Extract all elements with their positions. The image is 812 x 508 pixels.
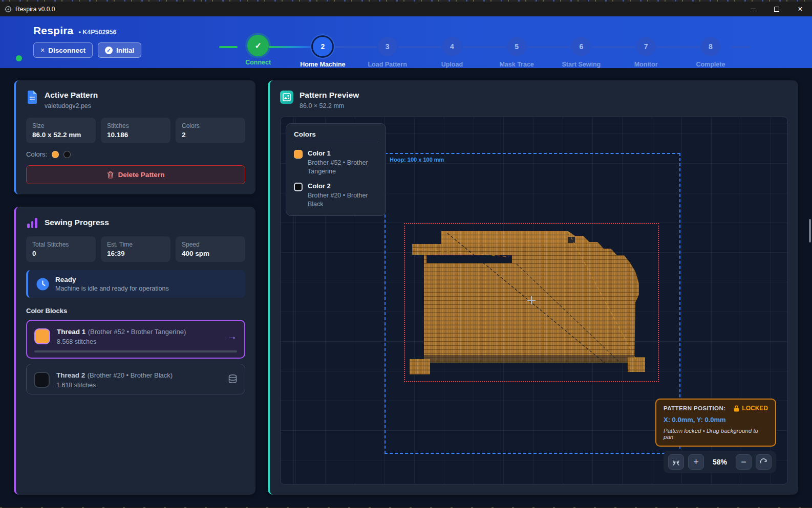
pattern-position-overlay: PATTERN POSITION: LOCKED X: 0.0mm, Y: 0.…	[655, 399, 776, 447]
connection-status-dot	[16, 55, 22, 61]
pan-hint: Pattern locked • Drag background to pan	[664, 428, 768, 440]
color-dot-black	[63, 151, 71, 158]
card-title: Sewing Progress	[45, 218, 109, 227]
minimize-button[interactable]	[741, 2, 765, 16]
step-upload[interactable]: 4 Upload	[420, 23, 484, 68]
zoom-out-button[interactable]: −	[736, 454, 752, 470]
refresh-icon	[760, 458, 767, 466]
card-title: Pattern Preview	[300, 91, 359, 100]
trash-icon	[107, 171, 114, 179]
color-dot-tangerine	[52, 151, 59, 158]
compress-icon	[672, 458, 680, 466]
bar-chart-icon	[26, 217, 38, 228]
locked-badge: LOCKED	[742, 405, 768, 412]
reset-view-button[interactable]	[756, 454, 772, 470]
stat-speed: Speed 400 spm	[176, 236, 245, 262]
window-title: Respira v0.0.0	[15, 6, 55, 13]
colors-legend: Colors Color 1 Brother #52 • Brother Tan…	[286, 123, 386, 216]
initial-label: Initial	[116, 47, 134, 54]
minimize-icon	[751, 9, 756, 10]
pattern-preview-card: Pattern Preview 86.0 × 52.2 mm Colors Co…	[268, 80, 798, 495]
legend-swatch-tangerine	[294, 150, 303, 159]
card-title: Active Pattern	[45, 91, 98, 100]
step-check-icon: ✓	[247, 35, 269, 56]
hoop-label: Hoop: 100 x 100 mm	[390, 157, 444, 163]
queue-stack-icon	[228, 374, 238, 386]
color-blocks-label: Color Blocks	[26, 307, 245, 315]
maximize-icon	[774, 7, 779, 12]
thread-1-swatch	[34, 328, 50, 344]
colors-label: Colors:	[26, 150, 47, 158]
minus-icon: −	[741, 457, 746, 468]
disconnect-label: Disconnect	[48, 47, 86, 54]
zoom-level: 58%	[708, 458, 732, 466]
thread-block-1[interactable]: Thread 1 (Brother #52 • Brother Tangerin…	[26, 320, 245, 359]
thread-block-2[interactable]: Thread 2 (Brother #20 • Brother Black) 1…	[26, 364, 245, 394]
disconnect-button[interactable]: × Disconnect	[33, 42, 93, 58]
machine-serial: • K4P502956	[78, 29, 116, 36]
image-icon	[280, 91, 293, 104]
step-connect[interactable]: ✓ Connect	[226, 23, 290, 68]
step-load-pattern[interactable]: 3 Load Pattern	[355, 23, 420, 68]
legend-swatch-black	[294, 183, 303, 191]
app-name: Respira	[33, 25, 73, 37]
status-title: Ready	[55, 276, 169, 283]
step-complete[interactable]: 8 Complete	[678, 23, 743, 68]
machine-status-banner: Ready Machine is idle and ready for oper…	[26, 270, 245, 298]
fit-to-screen-button[interactable]	[668, 454, 684, 470]
active-pattern-card: Active Pattern valetudogv2.pes Size 86.0…	[14, 80, 255, 194]
workflow-stepper: ✓ Connect 2 Home Machine 3 Load Pattern …	[226, 23, 743, 68]
titlebar: Respira v0.0.0 ×	[0, 2, 812, 16]
app-header: Respira • K4P502956 × Disconnect ✓ Initi…	[0, 16, 812, 68]
document-icon	[26, 91, 38, 104]
position-label: PATTERN POSITION:	[664, 405, 725, 411]
window-scrollbar[interactable]	[809, 219, 811, 242]
legend-entry-color-2: Color 2 Brother #20 • Brother Black	[294, 182, 378, 209]
step-start-sewing[interactable]: 6 Start Sewing	[549, 23, 613, 68]
stat-size: Size 86.0 x 52.2 mm	[26, 118, 96, 143]
initial-button[interactable]: ✓ Initial	[98, 42, 141, 58]
stat-colors: Colors 2	[176, 118, 245, 143]
status-detail: Machine is idle and ready for operations	[55, 285, 169, 292]
arrow-right-icon: →	[227, 330, 237, 342]
thread-2-swatch	[34, 372, 50, 388]
zoom-in-button[interactable]: +	[688, 454, 704, 470]
legend-entry-color-1: Color 1 Brother #52 • Brother Tangerine	[294, 149, 378, 176]
pattern-coordinates: X: 0.0mm, Y: 0.0mm	[664, 416, 768, 424]
x-icon: ×	[40, 46, 45, 54]
stat-est-time: Est. Time 16:39	[101, 236, 170, 262]
clock-icon	[36, 278, 49, 291]
stat-total-stitches: Total Stitches 0	[26, 236, 96, 262]
check-circle-icon: ✓	[105, 47, 113, 54]
pattern-canvas[interactable]: Colors Color 1 Brother #52 • Brother Tan…	[280, 117, 788, 484]
thread-1-progress-bar	[34, 350, 237, 352]
delete-pattern-button[interactable]: Delete Pattern	[26, 165, 245, 184]
step-mask-trace[interactable]: 5 Mask Trace	[484, 23, 549, 68]
zoom-toolbar: + 58% −	[664, 451, 776, 473]
stat-stitches: Stitches 10.186	[101, 118, 170, 143]
legend-title: Colors	[294, 130, 378, 143]
pattern-filename: valetudogv2.pes	[45, 102, 98, 109]
step-home-machine[interactable]: 2 Home Machine	[290, 23, 355, 68]
close-button[interactable]: ×	[788, 2, 812, 16]
lock-icon	[734, 405, 739, 412]
delete-pattern-label: Delete Pattern	[118, 171, 165, 179]
app-icon	[5, 6, 12, 13]
maximize-button[interactable]	[765, 2, 788, 16]
plus-icon: +	[693, 457, 699, 468]
preview-size: 86.0 × 52.2 mm	[300, 102, 359, 109]
sewing-progress-card: Sewing Progress Total Stitches 0 Est. Ti…	[14, 207, 255, 495]
step-monitor[interactable]: 7 Monitor	[614, 23, 678, 68]
